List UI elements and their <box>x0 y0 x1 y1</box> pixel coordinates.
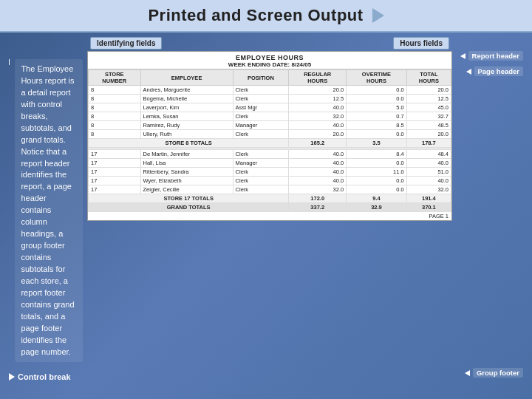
group-footer-annotation: Group footer <box>457 367 523 378</box>
store8-totals-row: STORE 8 TOTALS165.23.5178.7 <box>89 139 451 148</box>
table-cell: 20.0 <box>289 130 347 139</box>
totals-cell: 178.7 <box>406 139 451 148</box>
totals-cell: 3.5 <box>347 139 407 148</box>
report-header-annotation: Report header <box>457 50 523 61</box>
slide-title: Printed and Screen Output <box>148 6 363 25</box>
report-table-container: EMPLOYEE HOURS WEEK ENDING DATE: 8/24/05… <box>87 51 452 221</box>
col-store: STORENUMBER <box>89 70 141 86</box>
table-cell: Zeigler, Cecille <box>140 185 233 194</box>
table-row: 8Lemka, SusanClerk32.00.732.7 <box>89 112 451 121</box>
table-cell: 40.0 <box>289 159 347 168</box>
table-cell: 17 <box>89 150 141 159</box>
table-cell: Clerk <box>233 168 289 177</box>
table-row: 17Hall, LisaManager40.00.040.0 <box>89 159 451 168</box>
grand-totals-cell: 32.9 <box>347 203 407 212</box>
table-cell: 40.0 <box>289 150 347 159</box>
bullet-text: The Employee Hours report is a detail re… <box>15 59 83 362</box>
table-cell: 32.0 <box>289 185 347 194</box>
table-cell: 32.0 <box>406 185 451 194</box>
spacer <box>457 77 523 367</box>
col-position: POSITION <box>233 70 289 86</box>
group-footer-arrow-icon <box>465 370 470 376</box>
table-cell: 12.5 <box>406 95 451 103</box>
table-row: 17Zeigler, CecilleClerk32.00.032.0 <box>89 185 451 194</box>
table-cell: Clerk <box>233 112 289 121</box>
table-cell: Rittenbery, Sandra <box>140 168 233 177</box>
company-name: EMPLOYEE HOURS <box>89 54 450 61</box>
table-cell: Asst Mgr <box>233 103 289 112</box>
table-cell: 17 <box>89 185 141 194</box>
table-row: 17De Martin, JenniferClerk40.08.448.4 <box>89 150 451 159</box>
page-number: PAGE 1 <box>88 212 451 220</box>
table-cell: Bogema, Michelle <box>140 95 233 103</box>
table-cell: 32.7 <box>406 112 451 121</box>
table-row: 8Bogema, MichelleClerk12.50.012.5 <box>89 95 451 103</box>
table-cell: 0.0 <box>347 130 407 139</box>
fields-labels-row: Identifying fields Hours fields <box>87 37 452 50</box>
table-cell: Hall, Lisa <box>140 159 233 168</box>
table-row: 17Rittenbery, SandraClerk40.011.051.0 <box>89 168 451 177</box>
page-header-label: Page header <box>474 66 524 76</box>
table-row: 8Andres, MargueriteClerk20.00.020.0 <box>89 86 451 95</box>
table-cell: 48.5 <box>406 121 451 130</box>
page-header-row: Page header <box>457 66 523 76</box>
table-cell: Clerk <box>233 150 289 159</box>
totals-cell: STORE 17 TOTALS <box>89 194 289 203</box>
week-ending: WEEK ENDING DATE: 8/24/05 <box>89 61 450 68</box>
table-cell: 17 <box>89 177 141 185</box>
report-header-row: Report header <box>457 51 523 61</box>
table-cell: 0.0 <box>347 159 407 168</box>
spacer2 <box>457 378 523 399</box>
table-cell: 11.0 <box>347 168 407 177</box>
table-cell: Clerk <box>233 177 289 185</box>
table-cell: 40.0 <box>289 121 347 130</box>
control-break-arrow-icon <box>9 373 15 381</box>
right-column: Report header Page header Group footer <box>457 37 523 399</box>
main-content: The Employee Hours report is a detail re… <box>0 33 532 399</box>
table-cell: 8 <box>89 112 141 121</box>
table-cell: Ullery, Ruth <box>140 130 233 139</box>
grand-totals-cell: 337.2 <box>289 203 347 212</box>
table-cell: 40.0 <box>406 177 451 185</box>
group-footer-label: Group footer <box>473 368 523 378</box>
col-total: TOTALHOURS <box>406 70 451 86</box>
table-cell: 32.0 <box>289 112 347 121</box>
table-cell: Clerk <box>233 130 289 139</box>
col-regular: REGULARHOURS <box>289 70 347 86</box>
table-cell: Manager <box>233 159 289 168</box>
page-header-arrow-icon <box>466 69 471 75</box>
table-cell: 5.0 <box>347 103 407 112</box>
table-cell: 12.5 <box>289 95 347 103</box>
table-row: 8Ullery, RuthClerk20.00.020.0 <box>89 130 451 139</box>
grand-totals-cell: 370.1 <box>406 203 451 212</box>
left-column: The Employee Hours report is a detail re… <box>9 37 83 399</box>
table-cell: Clerk <box>233 95 289 103</box>
table-cell: 8.4 <box>347 150 407 159</box>
totals-cell: 191.4 <box>406 194 451 203</box>
table-cell: 48.4 <box>406 150 451 159</box>
table-cell: 17 <box>89 168 141 177</box>
report-header-arrow-icon <box>460 53 466 59</box>
totals-cell: 9.4 <box>347 194 407 203</box>
table-cell: 8 <box>89 86 141 95</box>
group-footer-row: Group footer <box>457 368 523 378</box>
hours-fields-label: Hours fields <box>393 37 449 50</box>
report-header-section: EMPLOYEE HOURS WEEK ENDING DATE: 8/24/05 <box>88 52 451 69</box>
table-cell: Andres, Marguerite <box>140 86 233 95</box>
grand-totals-cell: GRAND TOTALS <box>89 203 289 212</box>
table-cell: 8 <box>89 103 141 112</box>
identifying-fields-label: Identifying fields <box>90 37 162 50</box>
report-header-label: Report header <box>468 51 523 61</box>
page-header-annotation: Page header <box>457 66 523 77</box>
table-row: 8Ramirez, RudyManager40.08.548.5 <box>89 121 451 130</box>
table-cell: De Martin, Jennifer <box>140 150 233 159</box>
col-overtime: OVERTIMEHOURS <box>347 70 407 86</box>
store17-totals-row: STORE 17 TOTALS172.09.4191.4 <box>89 194 451 203</box>
table-cell: Wyer, Elizabeth <box>140 177 233 185</box>
totals-cell: 165.2 <box>289 139 347 148</box>
title-bar: Printed and Screen Output <box>0 0 532 33</box>
center-column: Identifying fields Hours fields EMPLOYEE… <box>87 37 452 399</box>
table-cell: Clerk <box>233 185 289 194</box>
col-employee: EMPLOYEE <box>140 70 233 86</box>
table-cell: 40.0 <box>406 159 451 168</box>
